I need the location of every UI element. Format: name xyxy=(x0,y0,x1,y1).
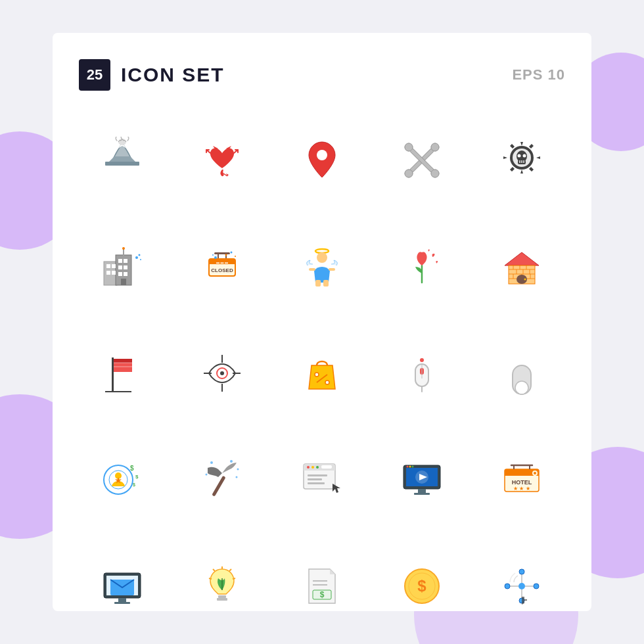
svg-point-128 xyxy=(534,472,536,474)
icon-hotel-sign: HOTEL ★ ★ ★ xyxy=(478,436,565,523)
svg-point-102 xyxy=(237,469,239,471)
svg-point-84 xyxy=(325,380,329,384)
icon-location-pin xyxy=(279,117,365,204)
icon-lightbulb-leaf xyxy=(179,543,265,630)
svg-point-155 xyxy=(518,583,525,589)
icon-pickaxe xyxy=(179,436,265,523)
svg-point-11 xyxy=(431,143,439,151)
icon-dollar-document: $ $ xyxy=(279,543,365,630)
svg-rect-113 xyxy=(308,478,322,480)
svg-rect-54 xyxy=(309,268,315,271)
svg-text:$: $ xyxy=(417,577,426,595)
svg-rect-25 xyxy=(118,259,122,263)
svg-point-10 xyxy=(431,170,439,177)
svg-point-100 xyxy=(210,461,213,464)
icon-email-monitor xyxy=(79,543,166,630)
svg-line-143 xyxy=(229,569,231,571)
svg-point-17 xyxy=(518,154,521,158)
icon-video-monitor xyxy=(379,436,465,523)
svg-rect-52 xyxy=(315,280,321,287)
svg-point-51 xyxy=(317,252,327,263)
svg-text:$: $ xyxy=(133,482,135,488)
svg-point-119 xyxy=(407,466,409,468)
svg-text:$: $ xyxy=(130,465,134,472)
icon-settings-skull xyxy=(478,117,565,204)
svg-point-47 xyxy=(231,252,233,254)
header-eps: EPS 10 xyxy=(512,66,565,83)
svg-point-35 xyxy=(139,254,141,256)
svg-point-104 xyxy=(236,476,238,478)
svg-point-101 xyxy=(230,460,233,463)
svg-text:CLOSED: CLOSED xyxy=(211,267,233,273)
svg-point-33 xyxy=(122,247,125,250)
svg-point-120 xyxy=(409,466,411,468)
svg-rect-111 xyxy=(321,465,332,469)
svg-point-91 xyxy=(515,381,528,394)
svg-point-70 xyxy=(524,279,526,281)
svg-rect-139 xyxy=(218,595,226,598)
icon-touch-network xyxy=(478,543,565,630)
svg-rect-24 xyxy=(112,271,116,275)
svg-point-49 xyxy=(235,256,236,257)
svg-point-109 xyxy=(311,466,314,469)
svg-line-145 xyxy=(233,578,235,579)
svg-rect-55 xyxy=(329,268,335,271)
svg-rect-26 xyxy=(124,259,127,263)
icon-volcano xyxy=(79,117,166,204)
svg-point-83 xyxy=(315,373,319,377)
svg-point-108 xyxy=(307,466,310,469)
svg-rect-71 xyxy=(112,357,114,392)
svg-rect-138 xyxy=(114,602,130,604)
svg-point-89 xyxy=(420,358,424,362)
svg-point-9 xyxy=(405,143,413,151)
icon-flag-pole xyxy=(79,330,166,417)
icon-devil-heart xyxy=(179,117,265,204)
svg-rect-53 xyxy=(323,280,329,287)
svg-text:★ ★ ★: ★ ★ ★ xyxy=(513,486,530,492)
svg-point-160 xyxy=(519,569,524,574)
svg-point-103 xyxy=(206,474,208,476)
icon-crossbones xyxy=(379,117,465,204)
svg-rect-21 xyxy=(106,264,110,268)
svg-point-162 xyxy=(505,584,510,589)
header-title: ICON SET xyxy=(121,64,225,86)
svg-point-48 xyxy=(212,254,214,256)
icon-closed-sign: CLOSED ▬ ▬ ▬ xyxy=(179,223,265,310)
svg-rect-1 xyxy=(105,162,139,166)
svg-point-36 xyxy=(140,259,141,260)
header-left: 25 ICON SET xyxy=(79,59,225,91)
svg-point-82 xyxy=(220,371,224,375)
svg-point-45 xyxy=(214,256,217,259)
icon-city-tower xyxy=(79,223,166,310)
svg-text:▬ ▬ ▬: ▬ ▬ ▬ xyxy=(216,260,228,264)
svg-point-18 xyxy=(523,154,526,158)
svg-point-2 xyxy=(317,150,327,160)
svg-text:$: $ xyxy=(135,474,139,480)
icon-flower-hearts xyxy=(379,223,465,310)
icon-web-click xyxy=(279,436,365,523)
svg-line-146 xyxy=(209,578,212,579)
icon-target-person-dollar: $ $ $ xyxy=(79,436,166,523)
svg-point-121 xyxy=(412,466,414,468)
icon-dollar-coin: $ xyxy=(379,543,465,630)
svg-rect-123 xyxy=(414,493,430,495)
icon-house-brick xyxy=(478,223,565,310)
svg-rect-31 xyxy=(121,279,126,285)
svg-point-34 xyxy=(135,256,138,259)
icon-shopping-bag-percent xyxy=(279,330,365,417)
svg-rect-37 xyxy=(214,252,230,254)
icons-grid: CLOSED ▬ ▬ ▬ xyxy=(79,117,565,630)
svg-rect-29 xyxy=(118,272,122,276)
svg-rect-99 xyxy=(212,476,225,497)
svg-rect-112 xyxy=(308,474,327,476)
svg-rect-73 xyxy=(114,359,132,363)
main-card: 25 ICON SET EPS 10 xyxy=(53,33,591,611)
svg-rect-137 xyxy=(118,598,126,602)
icon-computer-mouse xyxy=(379,330,465,417)
svg-rect-30 xyxy=(124,272,127,276)
svg-rect-122 xyxy=(418,489,426,493)
svg-rect-140 xyxy=(217,598,227,601)
svg-point-110 xyxy=(316,466,319,469)
svg-rect-28 xyxy=(124,265,127,269)
svg-point-12 xyxy=(405,170,413,177)
